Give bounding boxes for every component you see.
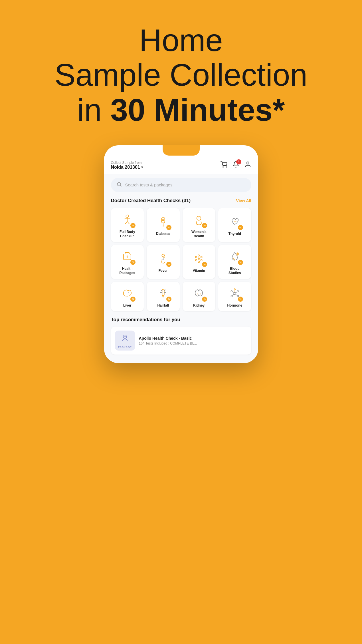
category-thyroid[interactable]: % Thyroid (218, 208, 251, 242)
chevron-down-icon: ▾ (141, 165, 143, 169)
svg-line-9 (127, 221, 129, 224)
womens-health-label: Women'sHealth (191, 230, 207, 239)
svg-point-43 (200, 293, 201, 295)
fever-label: Fever (159, 269, 168, 273)
location-text: Noida 201301 (111, 165, 140, 170)
svg-point-28 (201, 256, 203, 258)
apollo-package-figure (120, 333, 130, 345)
category-kidney[interactable]: % Kidney (183, 282, 216, 311)
hormone-label: Hormone (227, 303, 242, 308)
rec-card-apollo[interactable]: PACKAGE Apollo Health Check - Basic 164 … (111, 327, 251, 355)
blood-studies-badge: % (238, 260, 243, 265)
svg-point-18 (235, 221, 236, 222)
svg-point-29 (195, 259, 197, 261)
svg-point-31 (198, 255, 200, 257)
vitamin-icon-wrap: % (191, 251, 207, 266)
liver-badge: % (130, 297, 136, 302)
phone-notch (163, 145, 200, 156)
notification-button[interactable]: 4 (232, 161, 239, 170)
category-hairfall[interactable]: % Hairfall (147, 282, 180, 311)
category-vitamin[interactable]: % Vitamin (183, 245, 216, 279)
category-womens-health[interactable]: % Women'sHealth (183, 208, 216, 242)
hairfall-badge: % (166, 297, 171, 302)
view-all-button[interactable]: View All (236, 198, 251, 203)
top-rec-title: Top recommendations for you (111, 317, 251, 323)
thyroid-icon-wrap: % (227, 214, 242, 230)
svg-point-2 (247, 162, 249, 164)
svg-point-53 (234, 289, 235, 290)
svg-point-42 (197, 293, 198, 295)
search-bar[interactable]: Search tests & packages (111, 178, 251, 192)
svg-point-1 (226, 167, 226, 167)
svg-line-50 (236, 292, 237, 293)
cart-button[interactable] (221, 161, 227, 170)
phone-content: Collect Sample from Noida 201301 ▾ (104, 156, 258, 363)
svg-point-45 (231, 291, 232, 292)
location-row[interactable]: Noida 201301 ▾ (111, 165, 143, 170)
rec-info: Apollo Health Check - Basic 164 Tests In… (139, 336, 197, 345)
svg-point-26 (198, 258, 200, 260)
svg-line-52 (236, 294, 237, 296)
svg-point-37 (162, 296, 164, 297)
category-hormone[interactable]: % Hormone (218, 282, 251, 311)
phone-frame: Collect Sample from Noida 201301 ▾ (104, 145, 258, 363)
rec-title: Apollo Health Check - Basic (139, 336, 197, 341)
svg-point-32 (198, 261, 200, 263)
phone-header: Collect Sample from Noida 201301 ▾ (104, 156, 258, 174)
category-blood-studies[interactable]: % BloodStudies (218, 245, 251, 279)
health-checks-title: Doctor Created Health Checks (31) (111, 198, 191, 204)
hero-line2: Sample Collection (54, 57, 308, 92)
liver-icon-wrap: % (120, 286, 135, 301)
svg-line-24 (161, 258, 165, 258)
thyroid-label: Thyroid (228, 232, 241, 236)
blood-studies-label: BloodStudies (228, 267, 241, 275)
full-body-label: Full BodyCheckup (120, 230, 135, 239)
svg-point-17 (234, 221, 235, 222)
svg-point-44 (234, 292, 236, 294)
category-health-packages[interactable]: % HealthPackages (111, 245, 144, 279)
svg-line-8 (125, 221, 127, 224)
hairfall-icon-wrap: % (155, 286, 171, 301)
header-icons: 4 (221, 161, 251, 170)
vitamin-label: Vitamin (193, 269, 205, 273)
category-grid: % Full BodyCheckup % Diabetes (111, 208, 251, 311)
svg-rect-10 (161, 218, 165, 223)
svg-point-48 (237, 295, 239, 297)
hero-line3-bold: 30 Minutes* (110, 92, 285, 127)
category-fever[interactable]: % Fever (147, 245, 180, 279)
blood-studies-icon-wrap: % (227, 249, 242, 264)
hero-section: Home Sample Collection in 30 Minutes* (54, 23, 308, 128)
fever-badge: % (166, 262, 171, 267)
user-icon (244, 161, 251, 168)
hairfall-label: Hairfall (157, 303, 169, 308)
womens-health-icon-wrap: % (191, 212, 207, 228)
womens-health-badge: % (202, 223, 207, 228)
svg-line-51 (232, 294, 234, 296)
full-body-badge: % (130, 223, 136, 228)
thyroid-badge: % (238, 225, 243, 230)
svg-point-27 (195, 256, 197, 258)
notification-badge: 4 (236, 159, 241, 164)
svg-point-16 (198, 216, 200, 218)
rec-desc: 164 Tests Included : COMPLETE BL... (139, 341, 197, 345)
location-block[interactable]: Collect Sample from Noida 201301 ▾ (111, 161, 143, 170)
hero-line1: Home (54, 23, 308, 57)
collect-label: Collect Sample from (111, 161, 143, 165)
rec-package-label: PACKAGE (118, 346, 132, 349)
cart-icon (221, 161, 227, 168)
profile-button[interactable] (244, 161, 251, 170)
diabetes-label: Diabetes (156, 232, 170, 236)
fever-icon-wrap: % (155, 251, 171, 266)
svg-point-47 (231, 295, 232, 297)
category-full-body[interactable]: % Full BodyCheckup (111, 208, 144, 242)
category-diabetes[interactable]: % Diabetes (147, 208, 180, 242)
hormone-icon-wrap: % (227, 286, 242, 301)
svg-point-5 (126, 215, 129, 217)
health-packages-badge: % (130, 260, 136, 265)
svg-point-22 (162, 254, 164, 257)
diabetes-icon-wrap: % (155, 214, 171, 230)
hero-line3: in 30 Minutes* (54, 92, 308, 128)
category-liver[interactable]: % Liver (111, 282, 144, 311)
hormone-badge: % (238, 297, 243, 302)
kidney-icon-wrap: % (191, 286, 207, 301)
